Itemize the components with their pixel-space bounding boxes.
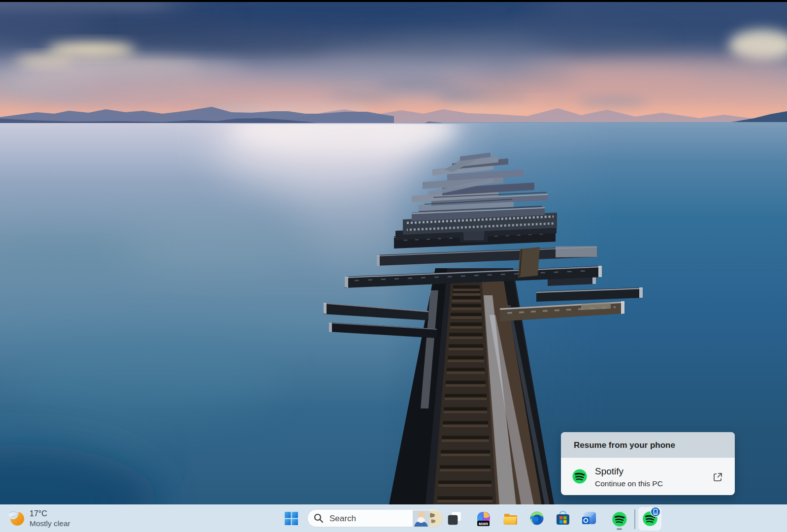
svg-text:Mostly clear: Mostly clear bbox=[30, 519, 70, 528]
svg-text:17°C: 17°C bbox=[30, 509, 47, 518]
svg-text:Search: Search bbox=[329, 514, 356, 523]
svg-text:M365: M365 bbox=[479, 522, 488, 526]
